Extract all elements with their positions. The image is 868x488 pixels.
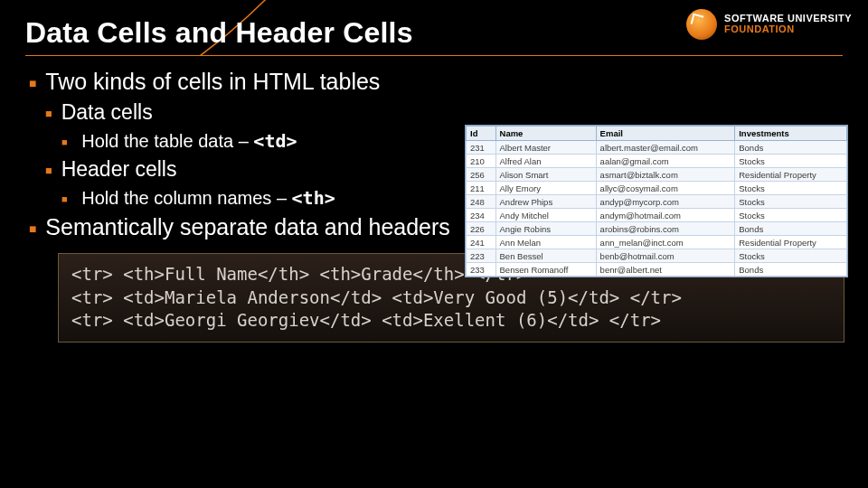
mini-td: Andrew Phips: [495, 195, 596, 209]
mini-td: Alfred Alan: [495, 155, 596, 168]
bullet-th-text: Hold the column names –: [81, 188, 291, 208]
mini-td: Stocks: [735, 195, 847, 209]
mini-td: asmart@biztalk.com: [596, 168, 735, 182]
table-row: 211Ally Emoryallyc@cosymail.comStocks: [467, 182, 847, 195]
mini-td: Ben Bessel: [495, 249, 596, 263]
mini-td: allyc@cosymail.com: [596, 182, 735, 195]
mini-td: Alison Smart: [495, 168, 596, 182]
table-row: 248Andrew Phipsandyp@mycorp.comStocks: [467, 195, 847, 209]
bullet-td-text: Hold the table data –: [81, 131, 253, 151]
mini-td: Andy Mitchel: [495, 209, 596, 222]
table-row: 210Alfred Alanaalan@gmail.comStocks: [467, 155, 847, 168]
code-line-3: <tr> <td>Georgi Georgiev</td> <td>Exelle…: [71, 310, 661, 330]
mini-td: 231: [467, 141, 496, 155]
mini-td: 241: [467, 236, 496, 249]
mini-td: andyp@mycorp.com: [596, 195, 735, 209]
mini-td: 234: [467, 209, 496, 222]
mini-td: Bonds: [735, 141, 847, 155]
table-row: 256Alison Smartasmart@biztalk.comResiden…: [467, 168, 847, 182]
bullet-two-kinds: Two kinds of cells in HTML tables: [29, 69, 843, 95]
mini-th: Investments: [735, 127, 847, 141]
mini-td: arobins@robins.com: [596, 222, 735, 236]
example-table: IdNameEmailInvestments 231Albert Mastera…: [466, 126, 847, 277]
mini-td: Stocks: [735, 209, 847, 222]
mini-td: Bonds: [735, 222, 847, 236]
mini-td: albert.master@email.com: [596, 141, 735, 155]
mini-td: aalan@gmail.com: [596, 155, 735, 168]
mini-td: Residential Property: [735, 168, 847, 182]
mini-th: Name: [495, 127, 596, 141]
mini-th: Email: [596, 127, 735, 141]
code-line-1: <tr> <th>Full Name</th> <th>Grade</th> <…: [71, 264, 526, 284]
bullet-data-cells: Data cells: [45, 100, 843, 125]
table-row: 223Ben Besselbenb@hotmail.comStocks: [467, 249, 847, 263]
mini-td: 211: [467, 182, 496, 195]
table-row: 226Angie Robinsarobins@robins.comBonds: [467, 222, 847, 236]
mini-td: ann_melan@inct.com: [596, 236, 735, 249]
td-tag-code: <td>: [253, 130, 297, 152]
mini-td: andym@hotmail.com: [596, 209, 735, 222]
mini-td: Ann Melan: [495, 236, 596, 249]
mini-td: Stocks: [735, 249, 847, 263]
mini-td: 256: [467, 168, 496, 182]
mini-td: 248: [467, 195, 496, 209]
code-line-2: <tr> <td>Mariela Anderson</td> <td>Very …: [71, 287, 682, 307]
mini-td: Bonds: [735, 263, 847, 277]
mini-th: Id: [467, 127, 496, 141]
mini-td: Albert Master: [495, 141, 596, 155]
th-tag-code: <th>: [292, 187, 335, 209]
mini-td: benr@albert.net: [596, 263, 735, 277]
mini-td: Stocks: [735, 155, 847, 168]
mini-td: 233: [467, 263, 496, 277]
mini-td: benb@hotmail.com: [596, 249, 735, 263]
mini-td: Ally Emory: [495, 182, 596, 195]
example-table-image: IdNameEmailInvestments 231Albert Mastera…: [465, 125, 848, 277]
table-row: 241Ann Melanann_melan@inct.comResidentia…: [467, 236, 847, 249]
table-row: 233Bensen Romanoffbenr@albert.netBonds: [467, 263, 847, 277]
mini-td: 223: [467, 249, 496, 263]
table-row: 231Albert Masteralbert.master@email.comB…: [467, 141, 847, 155]
slide-title: Data Cells and Header Cells: [25, 16, 843, 56]
mini-td: 226: [467, 222, 496, 236]
mini-td: Stocks: [735, 182, 847, 195]
mini-td: Residential Property: [735, 236, 847, 249]
table-row: 234Andy Mitchelandym@hotmail.comStocks: [467, 209, 847, 222]
mini-td: 210: [467, 155, 496, 168]
mini-td: Angie Robins: [495, 222, 596, 236]
mini-td: Bensen Romanoff: [495, 263, 596, 277]
